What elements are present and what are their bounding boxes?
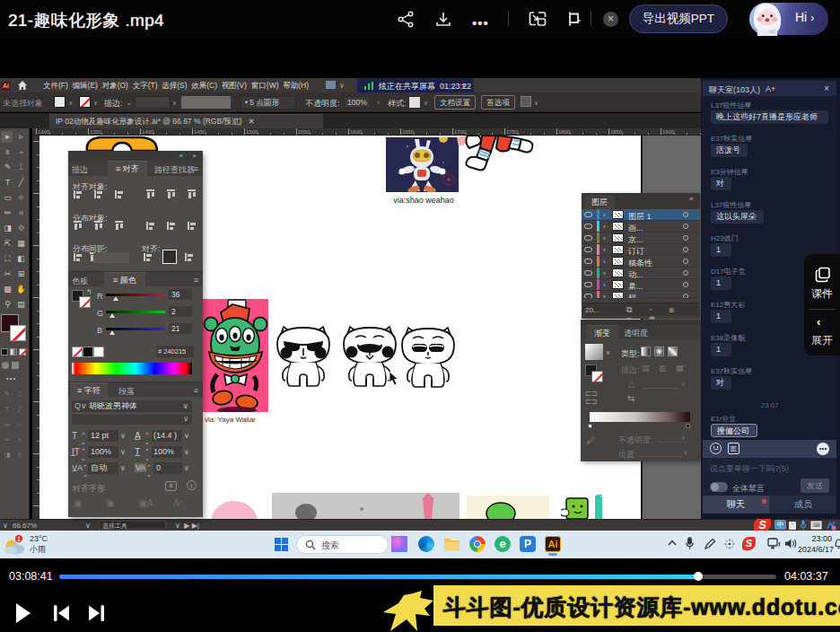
svg-text:1: 1 <box>17 535 21 543</box>
